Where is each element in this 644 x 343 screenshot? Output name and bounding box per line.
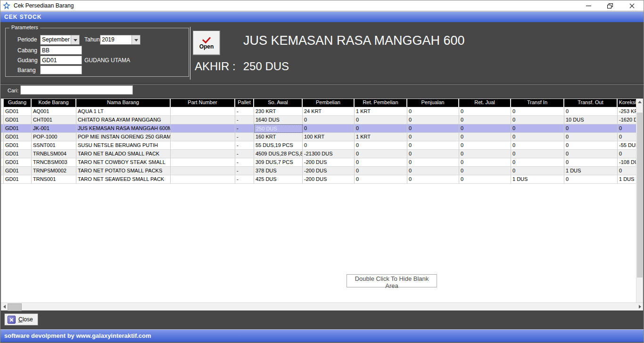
scroll-right-icon[interactable] <box>636 303 643 310</box>
cell[interactable] <box>171 167 235 175</box>
cell[interactable]: 0 <box>355 167 407 175</box>
cell[interactable]: 0 <box>355 124 407 133</box>
cell[interactable]: 0 <box>459 133 511 141</box>
cell[interactable]: - <box>235 150 254 158</box>
cell[interactable]: - <box>235 116 254 124</box>
cell[interactable]: 0 <box>407 107 459 116</box>
column-header-ret-pembelian[interactable]: Ret. Pembelian <box>355 98 407 107</box>
table-row[interactable]: GD01AQ001AQUA 1 LT-230 KRT24 KRT1 KRT000… <box>1 107 636 116</box>
cell[interactable]: TRNS001 <box>32 175 76 184</box>
cell[interactable]: 24 KRT <box>303 107 355 116</box>
column-header-ret-jual[interactable]: Ret. Jual <box>459 98 511 107</box>
cell[interactable]: 0 <box>355 116 407 124</box>
table-row[interactable]: GD01TRNBLSM004TARO NET BALADO SMALL PACK… <box>1 150 636 158</box>
column-header-koreksi[interactable]: Koreksi <box>618 98 636 107</box>
cell[interactable]: 378 DUS <box>254 167 303 175</box>
cell[interactable]: GD01 <box>4 175 32 184</box>
cell[interactable]: 0 <box>511 150 564 158</box>
cell[interactable]: 0 <box>618 124 636 133</box>
cell[interactable]: 0 <box>459 124 511 133</box>
cell[interactable]: 0 <box>564 158 618 167</box>
column-header-penjualan[interactable]: Penjualan <box>407 98 459 107</box>
column-header-gudang[interactable]: Gudang <box>4 98 32 107</box>
cell[interactable]: 1 DUS <box>564 167 618 175</box>
cell[interactable]: TRNCBSM003 <box>32 158 76 167</box>
cell[interactable]: 0 <box>459 141 511 150</box>
barang-field[interactable] <box>40 65 82 74</box>
cell[interactable]: 0 <box>564 124 618 133</box>
chevron-down-icon[interactable] <box>71 35 79 44</box>
cell[interactable]: 160 KRT <box>254 133 303 141</box>
column-header-pallet[interactable]: Pallet <box>235 98 254 107</box>
cell[interactable]: 0 <box>618 133 636 141</box>
cell[interactable]: 0 <box>355 175 407 184</box>
cell[interactable]: 0 <box>407 175 459 184</box>
column-header-so-awal[interactable]: So. Awal <box>254 98 303 107</box>
cell[interactable]: 309 DUS,7 PCS <box>254 158 303 167</box>
cell[interactable]: - <box>235 158 254 167</box>
cell[interactable]: 0 <box>355 150 407 158</box>
cell[interactable]: 0 <box>564 133 618 141</box>
cell[interactable]: JUS KEMASAN RASA MANGGAH 600ML <box>76 124 171 133</box>
cell[interactable]: 0 <box>511 124 564 133</box>
cell[interactable]: -1620 DUS <box>618 116 636 124</box>
cell[interactable]: AQ001 <box>32 107 76 116</box>
cell[interactable]: TARO NET SEAWEED SMALL PACK <box>76 175 171 184</box>
cell[interactable]: -253 KRT <box>618 107 636 116</box>
cell[interactable]: 55 DUS,19 PCS <box>254 141 303 150</box>
cell[interactable]: GD01 <box>4 167 32 175</box>
cell[interactable]: -108 DUS <box>618 158 636 167</box>
cell[interactable]: - <box>235 124 254 133</box>
cell[interactable] <box>171 141 235 150</box>
cell[interactable]: 1 DUS <box>511 175 564 184</box>
scroll-up-icon[interactable] <box>636 98 643 106</box>
cell[interactable]: 230 KRT <box>254 107 303 116</box>
cell[interactable]: 0 <box>511 133 564 141</box>
cell[interactable]: GD01 <box>4 141 32 150</box>
cell[interactable]: 0 <box>511 107 564 116</box>
cell[interactable]: 0 <box>459 167 511 175</box>
cell[interactable] <box>171 175 235 184</box>
table-row[interactable]: GD01TRNS001TARO NET SEAWEED SMALL PACK-4… <box>1 175 636 184</box>
cell[interactable]: - <box>235 133 254 141</box>
cell[interactable] <box>171 150 235 158</box>
cell[interactable]: 0 <box>303 116 355 124</box>
cell[interactable]: 1 DUS <box>618 175 636 184</box>
table-row[interactable]: GD01TRNCBSM003TARO NET COWBOY STEAK SMAL… <box>1 158 636 167</box>
cell[interactable]: GD01 <box>4 133 32 141</box>
cell[interactable]: POP MIE INSTAN GORENG 250 GRAM @4 <box>76 133 171 141</box>
cell[interactable]: 0 <box>459 107 511 116</box>
cell[interactable]: 425 DUS <box>254 175 303 184</box>
cell[interactable]: 0 <box>459 158 511 167</box>
cell[interactable]: TARO NET POTATO SMALL PACKS <box>76 167 171 175</box>
column-header-kode-barang[interactable]: Kode Barang <box>32 98 76 107</box>
cell[interactable]: 1 KRT <box>355 133 407 141</box>
cell[interactable]: GD01 <box>4 116 32 124</box>
table-row[interactable]: GD01POP-1000POP MIE INSTAN GORENG 250 GR… <box>1 133 636 141</box>
tahun-select[interactable]: 2019 <box>100 35 140 45</box>
cell[interactable]: 0 <box>564 141 618 150</box>
cell[interactable]: -200 DUS <box>303 167 355 175</box>
cell[interactable]: - <box>235 175 254 184</box>
restore-button[interactable] <box>599 0 621 11</box>
open-button[interactable]: Open <box>193 31 220 55</box>
cell[interactable]: 0 <box>564 150 618 158</box>
search-input[interactable] <box>20 85 133 95</box>
vertical-scrollbar[interactable] <box>636 98 643 302</box>
column-header-part-number[interactable]: Part Number <box>171 98 235 107</box>
cell[interactable]: 0 <box>618 167 636 175</box>
cell[interactable]: - <box>235 107 254 116</box>
cell[interactable]: GD01 <box>4 107 32 116</box>
cell[interactable]: 0 <box>407 116 459 124</box>
cell[interactable]: 0 <box>407 141 459 150</box>
table-row[interactable]: GD01TRNPSM0002TARO NET POTATO SMALL PACK… <box>1 167 636 175</box>
cell[interactable]: CHT001 <box>32 116 76 124</box>
column-header-transf-in[interactable]: Transf In <box>511 98 564 107</box>
column-header-pembelian[interactable]: Pembelian <box>303 98 355 107</box>
cell[interactable]: 0 <box>407 124 459 133</box>
cell[interactable]: 0 <box>407 158 459 167</box>
cell[interactable]: 0 <box>407 133 459 141</box>
cell[interactable]: 0 <box>407 150 459 158</box>
cell[interactable]: AQUA 1 LT <box>76 107 171 116</box>
cell[interactable]: 0 <box>459 175 511 184</box>
